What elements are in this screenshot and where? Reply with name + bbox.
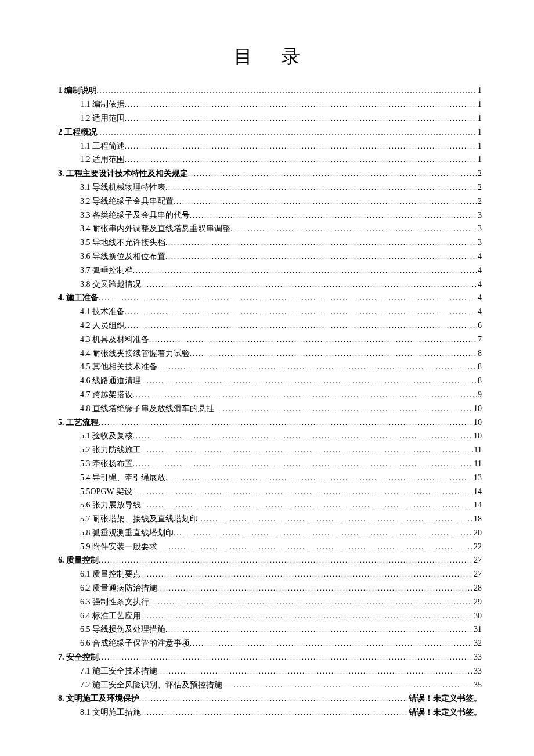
toc-label: 5.6 张力展放导线 xyxy=(80,498,141,512)
toc-dots xyxy=(222,679,472,691)
toc-dots xyxy=(190,348,477,359)
toc-entry: 3.2 导线绝缘子金具串配置 2 xyxy=(80,195,482,208)
toc-page: 3 xyxy=(477,222,482,236)
toc-page: 4 xyxy=(477,278,482,291)
toc-page: 1 xyxy=(477,84,482,98)
toc-entry: 1.1 工程简述 1 xyxy=(80,139,482,153)
toc-entry: 3.6 导线换位及相位布置 4 xyxy=(80,250,482,264)
toc-entry: 5.4 导引绳、牵引绳展放 13 xyxy=(80,471,482,485)
toc-label: 3. 工程主要设计技术特性及相关规定 xyxy=(58,167,188,181)
toc-dots xyxy=(165,472,472,484)
toc-label: 3.8 交叉跨越情况 xyxy=(80,278,141,291)
toc-entry: 5.2 张力防线施工 11 xyxy=(80,443,482,457)
toc-page: 1 xyxy=(477,125,482,139)
toc-page: 11 xyxy=(473,443,482,457)
toc-dots xyxy=(174,527,472,539)
toc-dots xyxy=(99,555,472,566)
toc-dots xyxy=(230,223,477,235)
toc-page: 35 xyxy=(472,678,482,692)
toc-label: 3.4 耐张串内外调整及直线塔悬垂双串调整 xyxy=(80,222,230,236)
toc-entry: 4.2 人员组织 6 xyxy=(80,319,482,333)
toc-label: 6.4 标准工艺应用 xyxy=(80,609,141,623)
toc-dots xyxy=(214,403,472,415)
toc-label: 5.9 附件安装一般要求 xyxy=(80,540,157,554)
toc-entry: 7.2 施工安全风险识别、评估及预控措施 35 xyxy=(80,678,482,692)
toc-label: 1.1 工程简述 xyxy=(80,139,125,153)
toc-dots xyxy=(165,237,477,249)
toc-label: 5.4 导引绳、牵引绳展放 xyxy=(80,471,165,485)
toc-entry: 3.1 导线机械物理特性表 2 xyxy=(80,181,482,195)
toc-entry: 6. 质量控制 27 xyxy=(58,553,482,567)
toc-dots xyxy=(125,320,477,332)
toc-page: 4 xyxy=(477,250,482,264)
toc-label: 8.1 文明施工措施 xyxy=(80,705,141,719)
toc-entry: 5.9 附件安装一般要求 22 xyxy=(80,540,482,554)
toc-entry: 3. 工程主要设计技术特性及相关规定 2 xyxy=(58,167,482,181)
toc-entry: 5. 工艺流程 10 xyxy=(58,416,482,430)
toc-entry: 3.4 耐张串内外调整及直线塔悬垂双串调整 3 xyxy=(80,222,482,236)
toc-label: 3.3 各类绝缘子及金具串的代号 xyxy=(80,208,190,222)
toc-page: 10 xyxy=(472,402,482,416)
toc-entry: 6.4 标准工艺应用 30 xyxy=(80,609,482,623)
toc-page: 13 xyxy=(472,471,482,485)
toc-entry: 1.2 适用范围 1 xyxy=(80,153,482,167)
toc-dots xyxy=(125,141,477,152)
toc-page: 27 xyxy=(472,553,482,567)
toc-entry: 3.8 交叉跨越情况 4 xyxy=(80,278,482,291)
toc-entry: 5.6 张力展放导线 14 xyxy=(80,498,482,512)
toc-page: 14 xyxy=(472,498,482,512)
toc-page: 29 xyxy=(472,595,482,609)
toc-label: 8. 文明施工及环境保护 xyxy=(58,692,139,705)
toc-entry: 4. 施工准备 4 xyxy=(58,291,482,305)
toc-dots xyxy=(141,499,472,511)
toc-label: 7. 安全控制 xyxy=(58,650,99,664)
toc-page: 1 xyxy=(477,98,482,111)
toc-label: 5.5OPGW 架设 xyxy=(80,485,132,499)
toc-label: 5.3 牵张扬布置 xyxy=(80,457,133,471)
toc-dots xyxy=(157,665,472,677)
toc-entry: 4.5 其他相关技术准备 8 xyxy=(80,360,482,374)
toc-label: 3.7 弧垂控制档 xyxy=(80,264,133,278)
toc-entry: 6.5 导线损伤及处理措施 31 xyxy=(80,622,482,636)
toc-dots xyxy=(133,458,473,470)
toc-label: 3.6 导线换位及相位布置 xyxy=(80,250,165,264)
toc-entry: 6.2 质量通病防治措施 28 xyxy=(80,581,482,595)
toc-label: 7.2 施工安全风险识别、评估及预控措施 xyxy=(80,678,222,692)
toc-dots xyxy=(190,210,477,221)
toc-entry: 3.3 各类绝缘子及金具串的代号 3 xyxy=(80,208,482,222)
toc-label: 3.1 导线机械物理特性表 xyxy=(80,181,165,195)
toc-page: 10 xyxy=(472,416,482,430)
toc-entry: 5.5OPGW 架设 14 xyxy=(80,485,482,499)
toc-entry: 5.7 耐张塔架、接线及直线塔划印 18 xyxy=(80,512,482,526)
toc-page: 错误！未定义书签。 xyxy=(407,705,482,719)
page-title: 目录 xyxy=(81,41,482,72)
toc-label: 6.2 质量通病防治措施 xyxy=(80,581,157,595)
toc-dots xyxy=(157,361,477,373)
toc-label: 6.3 强制性条文执行 xyxy=(80,595,149,609)
toc-label: 3.2 导线绝缘子金具串配置 xyxy=(80,195,174,208)
toc-label: 6.1 质量控制要点 xyxy=(80,567,141,581)
toc-page: 2 xyxy=(477,167,482,181)
toc-label: 1.2 适用范围 xyxy=(80,111,125,125)
toc-dots xyxy=(198,513,472,525)
toc-page: 8 xyxy=(477,374,482,388)
toc-label: 1.2 适用范围 xyxy=(80,153,125,167)
toc-page: 3 xyxy=(477,208,482,222)
toc-dots xyxy=(165,182,477,193)
toc-entry: 3.5 导地线不允许接头档 3 xyxy=(80,236,482,250)
toc-label: 6.6 合成绝缘子保管的注意事项 xyxy=(80,636,190,650)
toc-page: 4 xyxy=(477,305,482,319)
toc-dots xyxy=(141,375,477,387)
toc-page: 2 xyxy=(477,195,482,208)
toc-page: 错误！未定义书签。 xyxy=(407,692,482,705)
toc-dots xyxy=(97,127,477,138)
toc-entry: 6.1 质量控制要点 27 xyxy=(80,567,482,581)
toc-dots xyxy=(132,486,472,498)
toc-label: 1.1 编制依据 xyxy=(80,98,125,111)
toc-dots xyxy=(149,334,477,345)
toc-dots xyxy=(133,389,477,401)
toc-dots xyxy=(174,196,477,207)
toc-label: 3.5 导地线不允许接头档 xyxy=(80,236,165,250)
toc-label: 5. 工艺流程 xyxy=(58,416,99,430)
toc-dots xyxy=(157,541,472,553)
